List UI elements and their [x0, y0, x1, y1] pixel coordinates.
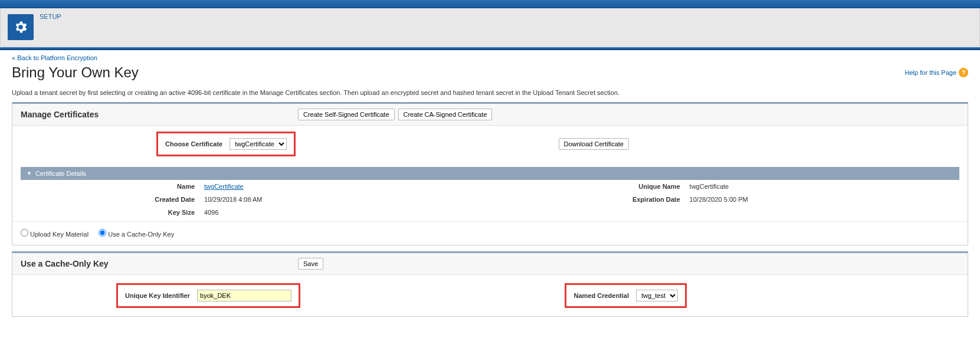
detail-unique-value: twgCertificate — [685, 180, 959, 193]
setup-label: SETUP — [40, 13, 61, 20]
gear-icon — [8, 14, 34, 40]
setup-banner: SETUP — [0, 8, 980, 47]
manage-certificates-section: Manage Certificates Create Self-Signed C… — [12, 102, 968, 245]
help-label: Help for this Page — [905, 69, 956, 76]
help-icon: ? — [959, 68, 968, 77]
back-link[interactable]: « Back to Platform Encryption — [12, 54, 97, 61]
cache-only-title: Use a Cache-Only Key — [21, 259, 298, 268]
detail-exp-label: Expiration Date — [474, 193, 684, 206]
manage-certificates-title: Manage Certificates — [21, 110, 298, 119]
save-button[interactable]: Save — [298, 258, 323, 270]
top-blue-bar — [0, 0, 980, 8]
named-credential-select[interactable]: twg_test — [636, 290, 678, 301]
key-source-radio-row: Upload Key Material Use a Cache-Only Key — [12, 221, 968, 245]
upload-key-radio[interactable] — [21, 229, 28, 237]
named-credential-label: Named Credential — [573, 292, 629, 299]
detail-exp-value: 10/28/2020 5:00 PM — [685, 193, 959, 206]
detail-name-label: Name — [21, 180, 199, 193]
certificate-details-header[interactable]: ▼ Certificate Details — [21, 167, 959, 180]
detail-size-value: 4096 — [199, 206, 474, 219]
choose-certificate-label: Choose Certificate — [165, 140, 222, 147]
detail-created-label: Created Date — [21, 193, 199, 206]
unique-key-identifier-highlight: Unique Key Identifier — [116, 283, 300, 308]
certificate-details-table: Name twgCertificate Unique Name twgCerti… — [21, 180, 959, 219]
page-title: Bring Your Own Key — [12, 64, 139, 81]
detail-unique-label: Unique Name — [474, 180, 684, 193]
detail-size-label: Key Size — [21, 206, 199, 219]
uki-input[interactable] — [197, 290, 291, 301]
uki-label: Unique Key Identifier — [125, 292, 190, 299]
choose-certificate-highlight: Choose Certificate twgCertificate — [156, 132, 296, 156]
certificate-details-title: Certificate Details — [35, 170, 86, 177]
cache-only-radio-label[interactable]: Use a Cache-Only Key — [99, 231, 174, 238]
intro-text: Upload a tenant secret by first selectin… — [12, 89, 968, 96]
download-certificate-button[interactable]: Download Certificate — [559, 138, 630, 150]
caret-down-icon: ▼ — [27, 170, 32, 176]
upload-key-radio-label[interactable]: Upload Key Material — [21, 231, 90, 238]
cache-only-key-section: Use a Cache-Only Key Save Unique Key Ide… — [12, 251, 968, 317]
help-link[interactable]: Help for this Page ? — [905, 68, 968, 77]
named-credential-highlight: Named Credential twg_test — [565, 283, 687, 308]
choose-certificate-select[interactable]: twgCertificate — [230, 138, 287, 150]
create-ca-signed-button[interactable]: Create CA-Signed Certificate — [398, 109, 493, 120]
cache-only-radio[interactable] — [99, 229, 106, 237]
detail-name-value[interactable]: twgCertificate — [204, 183, 244, 190]
create-self-signed-button[interactable]: Create Self-Signed Certificate — [298, 109, 395, 120]
detail-created-value: 10/29/2018 4:08 AM — [199, 193, 474, 206]
